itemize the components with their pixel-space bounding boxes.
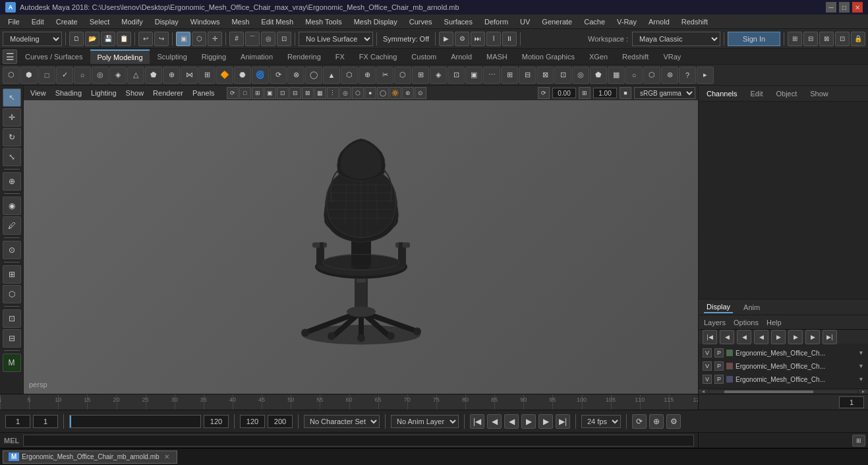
layer-v-2[interactable]: V [703,361,712,371]
vp-menu-renderer[interactable]: Renderer [149,88,187,98]
minimize-button[interactable]: ─ [826,2,836,13]
vp-anim-icon[interactable]: ⟳ [538,87,550,99]
universal-manip-left[interactable]: ⊕ [3,172,21,191]
menu-item-redshift[interactable]: Redshift [676,15,713,28]
go-to-start-button[interactable]: |◀ [470,414,484,429]
move-tool-left[interactable]: ✛ [3,108,21,127]
vp-menu-view[interactable]: View [26,88,50,98]
vp-icon-3[interactable]: ⊞ [252,87,264,99]
anim-layer-selector[interactable]: No Anim Layer [391,415,459,428]
render-settings-button[interactable]: ⚙ [455,32,469,46]
shelf-icon-28[interactable]: ⋯ [483,67,500,84]
shelf-icon-33[interactable]: ◎ [572,67,589,84]
shelf-icon-36[interactable]: ○ [625,67,643,84]
anim-next-frame[interactable]: ▶ [788,330,803,344]
anim-slider[interactable] [69,415,201,428]
move-tool-button[interactable]: ✛ [208,32,222,46]
cb-tab-edit[interactable]: Edit [747,88,765,99]
shelf-icon-12[interactable]: ⊞ [198,67,216,84]
menu-item-surfaces[interactable]: Surfaces [439,15,478,28]
layer-row-2[interactable]: V P Ergonomic_Mesh_Office_Ch... ▼ [699,359,868,373]
vp-icon-16[interactable]: ⊙ [415,87,426,99]
sculpt-left[interactable]: ⬡ [3,285,21,303]
shelf-icon-30[interactable]: ⊟ [519,67,536,84]
vp-value-icon[interactable]: ⊞ [579,87,591,99]
vp-icon-5[interactable]: ⊡ [277,87,289,99]
current-frame-input[interactable]: 1 [839,396,864,408]
vp-value1-input[interactable] [552,88,576,98]
vp-icon-2[interactable]: □ [239,87,251,99]
shelf-icon-26[interactable]: ⊡ [448,67,465,84]
range-start-input[interactable] [5,415,30,428]
anim-end-input[interactable] [204,415,229,428]
new-file-button[interactable]: 🗋 [69,32,84,46]
vp-icon-14[interactable]: 🔆 [390,87,401,99]
shelf-icon-23[interactable]: ⬡ [394,67,411,84]
vp-icon-10[interactable]: ◎ [339,87,351,99]
taskbar-close[interactable]: ✕ [162,452,171,462]
tab-arnold[interactable]: Arnold [444,49,478,64]
snap-grid-button[interactable]: # [229,32,244,46]
menu-item-uv[interactable]: UV [515,15,535,28]
menu-item-mesh[interactable]: Mesh [226,15,254,28]
vp-icon-15[interactable]: ⊛ [402,87,414,99]
snap-view-button[interactable]: ⊡ [277,32,291,46]
vp-icon-1[interactable]: ⟳ [227,87,239,99]
shelf-icon-35[interactable]: ▦ [608,67,625,84]
vp-gamma-icon[interactable]: ■ [620,87,631,99]
taskbar-item-maya[interactable]: M Ergonomic_Mesh_Office_Chair_mb_arnold.… [3,450,177,464]
snap-point-button[interactable]: ◎ [261,32,275,46]
shelf-icon-29[interactable]: ⊞ [501,67,518,84]
ipr-button[interactable]: I [486,32,501,46]
gamma-selector[interactable]: sRGB gamma Linear [634,87,695,99]
shelf-icon-7[interactable]: ◈ [109,67,127,84]
layout-btn-4[interactable]: ⊡ [835,32,850,46]
menu-item-modify[interactable]: Modify [116,15,148,28]
layer-row-3[interactable]: V P Ergonomic_Mesh_Office_Ch... ▼ [699,373,868,386]
anim-extra-2[interactable]: ⚙ [666,414,681,429]
vp-menu-show[interactable]: Show [122,88,148,98]
undo-button[interactable]: ↩ [138,32,153,46]
layer-p-1[interactable]: P [714,348,724,357]
vp-icon-4[interactable]: ▣ [264,87,276,99]
vp-icon-9[interactable]: ⋮ [327,87,339,99]
range-end-2-input[interactable] [268,415,293,428]
menu-item-edit[interactable]: Edit [26,15,49,28]
vp-icon-11[interactable]: ⬡ [352,87,364,99]
tab-custom[interactable]: Custom [405,49,443,64]
panel-tab-display[interactable]: Display [704,301,733,313]
layer-name-1[interactable]: Ergonomic_Mesh_Office_Ch... [736,350,855,357]
character-set-selector[interactable]: No Character Set [304,415,380,428]
vp-menu-panels[interactable]: Panels [188,88,219,98]
menu-item-generate[interactable]: Generate [536,15,577,28]
layer-expand-2[interactable]: ▼ [858,363,864,369]
shelf-icon-8[interactable]: △ [127,67,144,84]
shelf-icon-38[interactable]: ⊛ [661,67,678,84]
shelf-icon-39[interactable]: ? [679,67,696,84]
menu-item-file[interactable]: File [3,15,25,28]
viewport-canvas[interactable]: persp [24,100,698,394]
cb-tab-show[interactable]: Show [807,88,831,99]
menu-item-create[interactable]: Create [51,15,83,28]
shelf-icon-31[interactable]: ⊠ [536,67,554,84]
tab-fx-caching[interactable]: FX Caching [353,49,403,64]
soft-select-left[interactable]: ◉ [3,197,21,215]
range-end-1-input[interactable] [240,415,265,428]
tab-xgen[interactable]: XGen [583,49,614,64]
menu-item-mesh-display[interactable]: Mesh Display [349,15,403,28]
menu-item-cache[interactable]: Cache [579,15,610,28]
play-forward-button[interactable]: ▶ [521,414,536,429]
shelf-icon-2[interactable]: ⬢ [20,67,38,84]
tab-sculpting[interactable]: Sculpting [151,49,194,64]
layout-btn-1[interactable]: ⊞ [788,32,802,46]
cmd-grid-button[interactable]: ⊞ [852,435,865,447]
shelf-icon-4[interactable]: ✓ [56,67,73,84]
render-button[interactable]: ▶ [439,32,453,46]
viewport-sel-left[interactable]: ⊡ [3,309,21,328]
vp-icon-7[interactable]: ⊠ [302,87,314,99]
menu-item-curves[interactable]: Curves [404,15,438,28]
vp-icon-6[interactable]: ⊟ [289,87,301,99]
anim-extra-1[interactable]: ⊕ [649,414,664,429]
tab-motion-graphics[interactable]: Motion Graphics [515,49,581,64]
layer-v-3[interactable]: V [703,375,712,384]
